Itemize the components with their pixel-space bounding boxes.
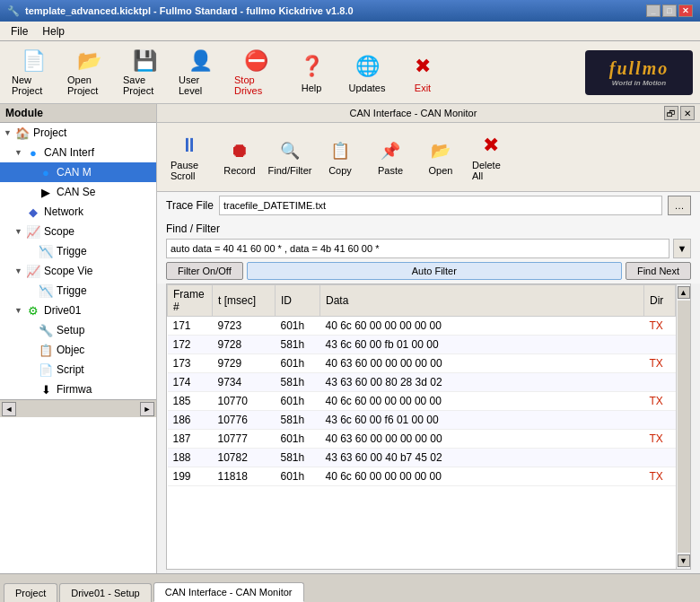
new-project-button[interactable]: 📄 New Project: [7, 47, 59, 99]
sidebar-item-network[interactable]: ◆ Network: [0, 202, 156, 222]
main-layout: Module ▼ 🏠 Project ▼ ● CAN Interf ● CAN …: [0, 104, 700, 573]
paste-button[interactable]: 📌 Paste: [367, 134, 414, 180]
exit-icon: ✖: [408, 52, 437, 81]
table-row[interactable]: 1739729601h40 63 60 00 00 00 00 00TX: [168, 354, 676, 373]
cell-dir: TX: [644, 354, 676, 373]
cell-id: 601h: [276, 392, 320, 411]
updates-button[interactable]: 🌐 Updates: [341, 47, 393, 99]
save-project-button[interactable]: 💾 Save Project: [118, 47, 171, 99]
data-table: Frame # t [msec] ID Data Dir 1719723601h…: [167, 284, 676, 486]
sidebar-item-trigger1[interactable]: 📉 Trigge: [0, 241, 156, 261]
find-filter-button[interactable]: 🔍 Find/Filter: [267, 134, 313, 180]
cell-dir: [644, 449, 676, 467]
table-row[interactable]: 18710777601h40 63 60 00 00 00 00 00TX: [168, 430, 676, 449]
sidebar-item-can-setup[interactable]: ▶ CAN Se: [0, 182, 156, 202]
minimize-button[interactable]: _: [646, 4, 661, 17]
table-row[interactable]: 18510770601h40 6c 60 00 00 00 00 00TX: [168, 392, 676, 411]
sidebar-item-project[interactable]: ▼ 🏠 Project: [0, 123, 156, 143]
filter-label: Find / Filter: [166, 222, 691, 235]
updates-icon: 🌐: [353, 52, 381, 81]
cell-time: 10776: [213, 411, 276, 430]
filter-dropdown-button[interactable]: ▼: [673, 239, 691, 258]
delete-all-button[interactable]: ✖ Delete All: [468, 128, 514, 186]
updates-label: Updates: [349, 83, 386, 93]
filter-on-off-button[interactable]: Filter On/Off: [166, 262, 243, 280]
menu-help[interactable]: Help: [35, 23, 72, 39]
cell-id: 601h: [276, 317, 320, 336]
trace-file-input[interactable]: [219, 196, 662, 215]
title-bar-controls[interactable]: _ □ ✕: [646, 4, 693, 17]
cell-data: 40 6c 60 00 00 00 00 00: [320, 392, 644, 411]
title-bar-text: template_advanced.kicktpl - Fullmo Stand…: [25, 5, 354, 16]
restore-button[interactable]: 🗗: [664, 106, 678, 120]
sidebar-scroll-left[interactable]: ◄: [2, 402, 16, 416]
cell-frame: 188: [168, 449, 213, 467]
table-row[interactable]: 1749734581h43 63 60 00 80 28 3d 02: [168, 373, 676, 392]
exit-button[interactable]: ✖ Exit: [397, 47, 449, 99]
scroll-thumb[interactable]: [678, 301, 690, 553]
sidebar-item-drive01[interactable]: ▼ ⚙ Drive01: [0, 301, 156, 320]
menu-file[interactable]: File: [4, 23, 35, 39]
table-row[interactable]: 1729728581h43 6c 60 00 fb 01 00 00: [168, 336, 676, 354]
scroll-down-button[interactable]: ▼: [678, 554, 690, 567]
table-scrollbar: ▲ ▼: [676, 284, 690, 569]
stop-drives-button[interactable]: ⛔ Stop Drives: [230, 47, 282, 99]
new-project-icon: 📄: [19, 49, 48, 73]
help-button[interactable]: ❓ Help: [285, 47, 337, 99]
sidebar-scroll-right[interactable]: ►: [140, 402, 154, 416]
sidebar-item-can-interface[interactable]: ▼ ● CAN Interf: [0, 143, 156, 162]
content-header-title: CAN Interface - CAN Monitor: [162, 108, 664, 118]
sidebar-item-object[interactable]: 📋 Objec: [0, 340, 156, 360]
scope-label: Scope: [44, 225, 74, 238]
tab-project[interactable]: Project: [4, 583, 57, 602]
record-button[interactable]: ⏺ Record: [216, 134, 263, 180]
network-icon: ◆: [25, 204, 41, 220]
pause-scroll-button[interactable]: ⏸ Pause Scroll: [166, 128, 213, 186]
maximize-button[interactable]: □: [662, 4, 677, 17]
find-filter-label: Find/Filter: [268, 165, 312, 176]
sidebar-item-trigger2[interactable]: 📉 Trigge: [0, 281, 156, 301]
table-wrapper: Frame # t [msec] ID Data Dir 1719723601h…: [166, 284, 691, 570]
table-body: 1719723601h40 6c 60 00 00 00 00 00TX1729…: [168, 317, 676, 486]
trigger2-label: Trigge: [57, 284, 87, 297]
table-row[interactable]: 18810782581h43 63 60 00 40 b7 45 02: [168, 449, 676, 467]
close-button[interactable]: ✕: [678, 4, 693, 17]
sidebar-item-setup[interactable]: 🔧 Setup: [0, 320, 156, 340]
scroll-up-button[interactable]: ▲: [678, 286, 690, 299]
open-button[interactable]: 📂 Open: [417, 134, 464, 180]
sidebar-scroll-bar: ◄ ►: [0, 399, 156, 417]
user-level-button[interactable]: 👤 User Level: [174, 47, 226, 99]
sidebar-item-scope-view[interactable]: ▼ 📈 Scope Vie: [0, 261, 156, 281]
expand-icon2: ▼: [14, 148, 25, 157]
app-icon: 🔧: [7, 5, 20, 17]
tab-can-interface[interactable]: CAN Interface - CAN Monitor: [153, 582, 304, 602]
cell-id: 601h: [276, 467, 320, 486]
cell-data: 43 63 60 00 40 b7 45 02: [320, 449, 644, 467]
sidebar-item-firmware[interactable]: ⬇ Firmwa: [0, 380, 156, 399]
cell-data: 43 6c 60 00 fb 01 00 00: [320, 336, 644, 354]
cell-dir: [644, 336, 676, 354]
sidebar-item-can-monitor[interactable]: ● CAN M: [0, 162, 156, 182]
sidebar-item-script[interactable]: 📄 Script: [0, 360, 156, 380]
copy-button[interactable]: 📋 Copy: [317, 134, 363, 180]
filter-input[interactable]: [166, 239, 669, 258]
table-row[interactable]: 18610776581h43 6c 60 00 f6 01 00 00: [168, 411, 676, 430]
open-project-button[interactable]: 📂 Open Project: [63, 47, 115, 99]
cell-dir: TX: [644, 430, 676, 449]
close-content-button[interactable]: ✕: [680, 106, 695, 120]
paste-icon: 📌: [378, 138, 403, 163]
find-next-button[interactable]: Find Next: [626, 262, 691, 280]
cell-id: 601h: [276, 354, 320, 373]
trace-browse-button[interactable]: …: [668, 196, 691, 215]
sidebar-item-scope[interactable]: ▼ 📈 Scope: [0, 222, 156, 241]
table-row[interactable]: 1719723601h40 6c 60 00 00 00 00 00TX: [168, 317, 676, 336]
cell-dir: TX: [644, 392, 676, 411]
tab-drive01-setup[interactable]: Drive01 - Setup: [59, 583, 151, 602]
expand-icon: ▼: [4, 128, 14, 137]
filter-combo-row: ▼: [166, 239, 691, 258]
filter-row: Find / Filter ▼ Filter On/Off Auto Filte…: [157, 219, 700, 284]
table-row[interactable]: 19911818601h40 6c 60 00 00 00 00 00TX: [168, 467, 676, 486]
col-header-dir: Dir: [644, 285, 676, 317]
auto-filter-button[interactable]: Auto Filter: [247, 262, 622, 280]
data-table-container[interactable]: Frame # t [msec] ID Data Dir 1719723601h…: [167, 284, 676, 569]
